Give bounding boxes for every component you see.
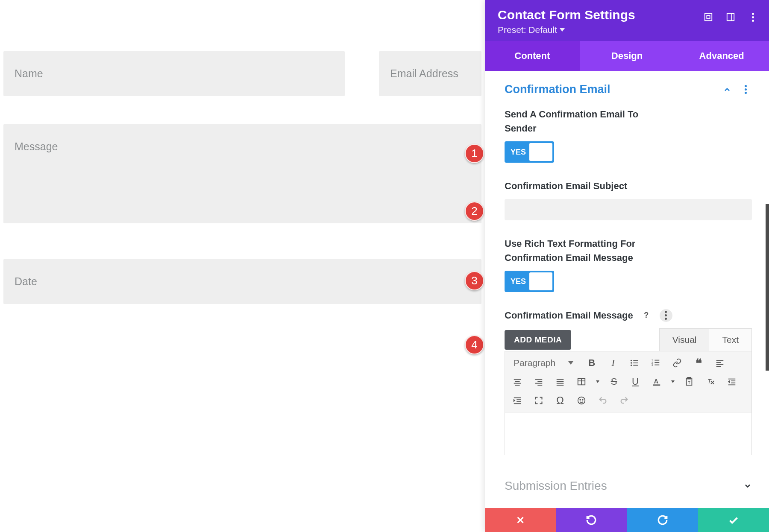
svg-marker-47	[728, 380, 730, 383]
chevron-up-icon[interactable]	[723, 85, 731, 94]
svg-rect-13	[655, 362, 659, 363]
svg-rect-15	[655, 365, 659, 365]
italic-icon[interactable]: I	[605, 355, 621, 371]
form-preview: Name Email Address Message Date	[0, 0, 485, 532]
caret-down-icon	[560, 28, 565, 32]
annotation-badge-3: 3	[465, 271, 484, 290]
underline-icon[interactable]: U	[627, 374, 643, 390]
preset-label: Preset: Default	[498, 25, 557, 35]
paragraph-select-label: Paragraph	[514, 358, 555, 368]
name-field[interactable]: Name	[3, 51, 345, 96]
svg-rect-21	[515, 381, 520, 382]
paste-text-icon[interactable]: T	[681, 374, 697, 390]
svg-rect-22	[514, 383, 521, 384]
bold-icon[interactable]: B	[584, 355, 600, 371]
emoji-icon[interactable]	[573, 392, 590, 409]
annotation-badge-2: 2	[465, 202, 484, 221]
svg-rect-16	[716, 360, 724, 361]
redo-icon[interactable]	[616, 392, 632, 409]
editor-textarea[interactable]	[505, 412, 752, 455]
text-color-dropdown-icon[interactable]	[670, 374, 676, 390]
help-icon[interactable]: ?	[640, 309, 653, 322]
strikethrough-icon[interactable]: S	[606, 374, 622, 390]
svg-rect-27	[537, 385, 542, 386]
quote-icon[interactable]: ❝	[690, 355, 707, 371]
align-center-icon[interactable]	[509, 374, 525, 390]
indent-icon[interactable]	[509, 392, 525, 409]
svg-rect-49	[517, 399, 521, 400]
svg-text:3: 3	[652, 363, 653, 366]
svg-rect-19	[716, 366, 721, 367]
toggle-send-confirmation[interactable]: YES	[505, 141, 554, 163]
bullet-list-icon[interactable]	[626, 355, 643, 371]
group-subject: Confirmation Email Subject	[505, 179, 752, 220]
toggle-knob	[529, 272, 552, 290]
add-media-button[interactable]: ADD MEDIA	[505, 330, 571, 350]
annotation-badge-1: 1	[465, 144, 484, 163]
svg-rect-44	[731, 380, 735, 381]
group-message: Confirmation Email Message ? ADD MEDIA V…	[505, 308, 752, 455]
svg-text:A: A	[654, 378, 659, 385]
group-rich-text: Use Rich Text Formatting For Confirmatio…	[505, 237, 752, 292]
date-field[interactable]: Date	[3, 259, 481, 304]
svg-rect-45	[731, 383, 735, 383]
expand-icon[interactable]	[703, 12, 713, 22]
svg-rect-7	[633, 362, 638, 363]
message-field[interactable]: Message	[3, 124, 481, 223]
save-button[interactable]	[698, 508, 769, 532]
svg-rect-11	[655, 360, 659, 361]
section-submission-header[interactable]: Submission Entries	[505, 479, 752, 493]
scrollbar[interactable]	[766, 204, 769, 371]
align-left-icon[interactable]	[712, 355, 728, 371]
tab-design[interactable]: Design	[580, 41, 675, 71]
label-message: Confirmation Email Message	[505, 308, 633, 322]
svg-rect-0	[705, 14, 712, 21]
svg-point-54	[580, 399, 581, 400]
align-right-icon[interactable]	[531, 374, 547, 390]
label-subject: Confirmation Email Subject	[505, 179, 752, 193]
toggle-rich-text[interactable]: YES	[505, 271, 554, 292]
special-char-icon[interactable]: Ω	[552, 392, 568, 409]
table-dropdown-icon[interactable]	[595, 374, 601, 390]
tab-content[interactable]: Content	[485, 41, 580, 71]
field-more-icon[interactable]	[660, 309, 672, 322]
chevron-down-icon[interactable]	[743, 482, 752, 490]
fullscreen-icon[interactable]	[531, 392, 547, 409]
svg-rect-25	[537, 381, 542, 382]
number-list-icon[interactable]: 123	[648, 355, 664, 371]
svg-rect-48	[514, 398, 521, 398]
toggle-on-label: YES	[511, 148, 526, 157]
section-more-icon[interactable]	[739, 83, 752, 96]
panel-tabs: Content Design Advanced	[485, 41, 769, 71]
svg-rect-26	[535, 383, 543, 384]
settings-panel: Contact Form Settings Preset: Default Co…	[485, 0, 769, 532]
text-color-icon[interactable]: A	[649, 374, 665, 390]
section-confirmation-header[interactable]: Confirmation Email	[505, 83, 752, 96]
editor-tab-visual[interactable]: Visual	[660, 329, 710, 351]
svg-point-8	[631, 365, 632, 366]
align-justify-icon[interactable]	[552, 374, 568, 390]
close-button[interactable]	[485, 508, 556, 532]
subject-input[interactable]	[505, 199, 752, 220]
undo-button[interactable]	[556, 508, 627, 532]
outdent-icon[interactable]	[724, 374, 740, 390]
label-send-confirmation: Send A Confirmation Email To Sender	[505, 107, 646, 135]
dock-icon[interactable]	[725, 12, 736, 22]
undo-icon[interactable]	[595, 392, 611, 409]
group-send-confirmation: Send A Confirmation Email To Sender YES	[505, 107, 752, 163]
more-menu-icon[interactable]	[748, 12, 758, 22]
table-icon[interactable]	[573, 374, 590, 390]
link-icon[interactable]	[669, 355, 685, 371]
preset-selector[interactable]: Preset: Default	[498, 25, 756, 35]
editor-tab-text[interactable]: Text	[709, 329, 751, 351]
paragraph-select[interactable]: Paragraph	[509, 355, 578, 371]
clear-format-icon[interactable]: T	[702, 374, 719, 390]
svg-rect-43	[728, 379, 736, 380]
panel-body: Confirmation Email Send A Confirmation E…	[485, 71, 769, 532]
svg-rect-9	[633, 365, 638, 366]
tab-advanced[interactable]: Advanced	[674, 41, 769, 71]
redo-button[interactable]	[627, 508, 698, 532]
svg-point-6	[631, 362, 632, 364]
caret-down-icon	[568, 361, 573, 365]
email-field[interactable]: Email Address	[379, 51, 481, 96]
